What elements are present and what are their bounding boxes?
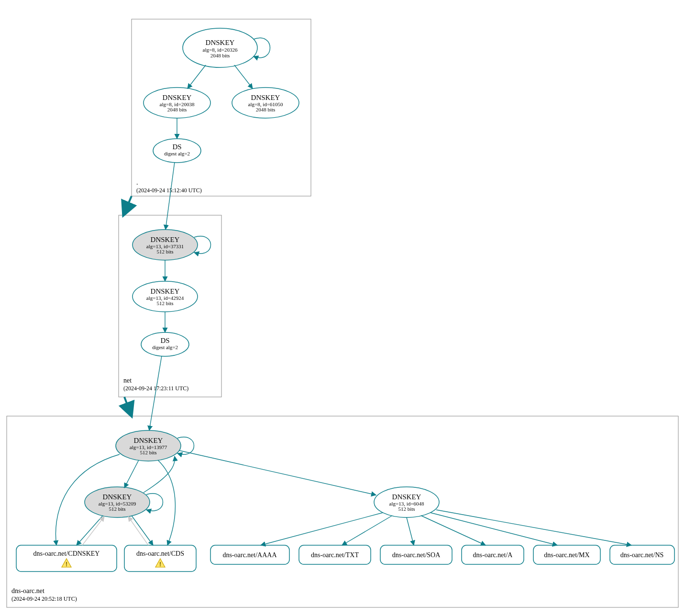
zone-net-name: net (123, 377, 132, 384)
node-root-ksk[interactable]: DNSKEY alg=8, id=20326 2048 bits (183, 28, 257, 67)
svg-text:!: ! (159, 561, 161, 568)
edge-net-to-leaf-zone (124, 397, 132, 416)
svg-text:512 bits: 512 bits (398, 506, 415, 512)
svg-text:dns-oarc.net/SOA: dns-oarc.net/SOA (392, 551, 441, 559)
node-net-ds[interactable]: DS digest alg=2 (141, 332, 189, 356)
svg-text:DS: DS (172, 143, 181, 151)
node-root-zsk-61050[interactable]: DNSKEY alg=8, id=61050 2048 bits (232, 88, 299, 118)
svg-text:dns-oarc.net/A: dns-oarc.net/A (473, 551, 513, 559)
edge-zsk6048-to-soa (407, 517, 414, 545)
svg-text:DNSKEY: DNSKEY (251, 94, 280, 101)
svg-text:dns-oarc.net/TXT: dns-oarc.net/TXT (311, 551, 359, 559)
edge-zsk53209-to-cdnskey (77, 516, 103, 545)
svg-text:DNSKEY: DNSKEY (103, 493, 132, 501)
edge-zsk6048-to-ns (436, 510, 631, 545)
rr-a[interactable]: dns-oarc.net/A (462, 545, 524, 564)
svg-text:2048 bits: 2048 bits (256, 107, 276, 112)
svg-text:DNSKEY: DNSKEY (151, 236, 180, 243)
zone-root-ts: (2024-09-24 15:12:40 UTC) (136, 187, 202, 194)
svg-text:dns-oarc.net/CDNSKEY: dns-oarc.net/CDNSKEY (33, 550, 100, 557)
svg-text:DNSKEY: DNSKEY (163, 94, 192, 101)
svg-text:512 bits: 512 bits (156, 300, 173, 306)
edge-leaf-ksk-to-zsk6048 (179, 451, 376, 495)
rr-cds[interactable]: dns-oarc.net/CDS ! (124, 545, 196, 572)
svg-text:alg=8, id=20326: alg=8, id=20326 (203, 47, 238, 53)
node-root-ds[interactable]: DS digest alg=2 (153, 139, 201, 163)
svg-text:512 bits: 512 bits (140, 450, 156, 455)
node-net-zsk[interactable]: DNSKEY alg=13, id=42924 512 bits (133, 281, 198, 312)
svg-text:2048 bits: 2048 bits (210, 53, 230, 58)
rr-soa[interactable]: dns-oarc.net/SOA (380, 545, 452, 564)
edge-leaf-ksk-to-zsk53209 (124, 460, 139, 488)
edge-root-to-net-zone (123, 196, 132, 215)
edge-zsk53209-to-cds (132, 516, 153, 545)
svg-text:DNSKEY: DNSKEY (134, 437, 163, 444)
edge-cdnskey-to-zsk53209 (82, 517, 104, 545)
edge-zsk6048-to-txt (342, 516, 392, 545)
edge-zsk6048-to-a (421, 516, 486, 545)
zone-leaf-ts: (2024-09-24 20:52:18 UTC) (11, 595, 77, 602)
edge-leaf-ksk-to-cds (158, 460, 175, 545)
edge-zsk6048-to-aaaa (261, 513, 383, 545)
node-net-ksk[interactable]: DNSKEY alg=13, id=37331 512 bits (133, 230, 198, 260)
zone-root-name: . (136, 179, 138, 186)
edge-root-ksk-to-zsk1 (188, 65, 206, 88)
svg-text:!: ! (66, 561, 67, 568)
rr-mx[interactable]: dns-oarc.net/MX (533, 545, 600, 564)
svg-text:2048 bits: 2048 bits (167, 107, 187, 112)
rr-ns[interactable]: dns-oarc.net/NS (610, 545, 674, 564)
node-leaf-ksk[interactable]: DNSKEY alg=13, id=13977 512 bits (116, 430, 181, 461)
svg-text:512 bits: 512 bits (109, 506, 125, 512)
svg-text:digest alg=2: digest alg=2 (152, 344, 178, 350)
svg-text:dns-oarc.net/AAAA: dns-oarc.net/AAAA (222, 551, 277, 559)
edge-net-ds-to-leaf-ksk (149, 356, 162, 430)
rr-txt[interactable]: dns-oarc.net/TXT (299, 545, 371, 564)
edge-root-ksk-to-zsk2 (234, 65, 253, 88)
svg-text:DNSKEY: DNSKEY (151, 287, 180, 295)
svg-text:DNSKEY: DNSKEY (392, 493, 421, 501)
svg-text:512 bits: 512 bits (156, 249, 173, 254)
svg-text:DS: DS (160, 337, 169, 344)
node-leaf-zsk-53209[interactable]: DNSKEY alg=13, id=53209 512 bits (85, 487, 150, 517)
edge-cds-to-zsk53209 (128, 517, 148, 545)
svg-text:digest alg=2: digest alg=2 (164, 151, 190, 156)
svg-text:dns-oarc.net/CDS: dns-oarc.net/CDS (136, 550, 184, 557)
rr-aaaa[interactable]: dns-oarc.net/AAAA (210, 545, 289, 564)
svg-text:DNSKEY: DNSKEY (206, 39, 235, 46)
rr-cdnskey[interactable]: dns-oarc.net/CDNSKEY ! (16, 545, 117, 572)
node-leaf-zsk-6048[interactable]: DNSKEY alg=13, id=6048 512 bits (374, 487, 439, 517)
svg-text:dns-oarc.net/NS: dns-oarc.net/NS (620, 551, 664, 559)
zone-leaf-name: dns-oarc.net (11, 587, 44, 594)
node-root-zsk-20038[interactable]: DNSKEY alg=8, id=20038 2048 bits (144, 88, 210, 118)
svg-text:dns-oarc.net/MX: dns-oarc.net/MX (544, 551, 589, 559)
